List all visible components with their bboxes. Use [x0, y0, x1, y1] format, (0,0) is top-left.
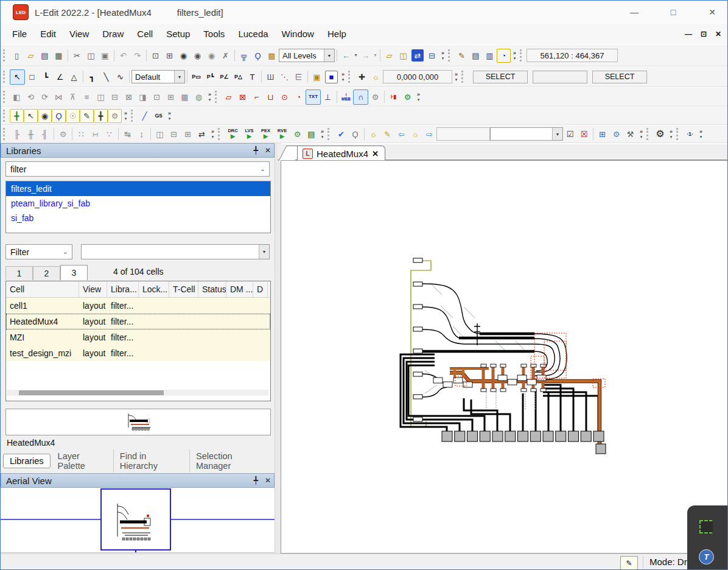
- view-back-icon[interactable]: ←: [339, 49, 353, 63]
- design-navigator-icon[interactable]: ▩: [265, 49, 279, 63]
- mdi-restore-icon[interactable]: ⊡: [701, 30, 707, 38]
- toolbar-overflow-button[interactable]: »▾: [122, 111, 130, 121]
- review-results-icon[interactable]: Ϙ: [348, 127, 362, 141]
- port-all-angle-tool-icon[interactable]: P△: [231, 70, 245, 84]
- macro-gear-icon[interactable]: ⚙: [653, 127, 667, 141]
- menu-tools[interactable]: Tools: [197, 26, 231, 43]
- cursor-coordinates-display[interactable]: 561,120 : 464,367: [527, 49, 618, 62]
- new-file-icon[interactable]: ▯: [10, 49, 24, 63]
- edit-circle-icon[interactable]: ⊙: [278, 90, 292, 104]
- column-header-cell[interactable]: Cell: [6, 281, 79, 297]
- highlight-net-icon[interactable]: ☉: [66, 109, 80, 123]
- toolbar-overflow-button[interactable]: »▾: [209, 129, 217, 139]
- toolbar-grip[interactable]: [327, 128, 332, 140]
- slice-horizontal-icon[interactable]: ⊟: [108, 90, 122, 104]
- tanner-icon[interactable]: T: [699, 549, 714, 565]
- toolbar-grip[interactable]: [520, 49, 524, 62]
- sync-design-icon[interactable]: ⇄: [411, 49, 424, 62]
- rotate-ccw-icon[interactable]: ⟲: [24, 90, 38, 104]
- save-as-icon[interactable]: ▥: [483, 49, 497, 63]
- toolbar-grip[interactable]: [3, 71, 7, 83]
- zoom-box-in-icon[interactable]: ⊞: [163, 49, 177, 63]
- marker-off-icon[interactable]: ☒: [577, 127, 591, 141]
- document-tab-heatedmux4[interactable]: L HeatedMux4 ✕: [297, 146, 385, 161]
- paste-icon[interactable]: ▣: [98, 49, 112, 63]
- edit-status-icon[interactable]: ✎: [620, 556, 638, 570]
- select-tool-icon[interactable]: ↖: [10, 69, 25, 85]
- tab-close-icon[interactable]: ✕: [372, 149, 379, 158]
- box-tool-icon[interactable]: □: [25, 70, 39, 84]
- layout-canvas[interactable]: [281, 160, 728, 554]
- clear-generated-layers-icon[interactable]: G5: [152, 109, 166, 123]
- mdi-minimize-icon[interactable]: —: [685, 30, 692, 38]
- toolbar-overflow-button[interactable]: »▾: [511, 51, 519, 60]
- offset-display[interactable]: 0,000 0,000: [383, 70, 452, 83]
- bond-pad[interactable]: [596, 444, 606, 454]
- dropdown-arrow-icon[interactable]: ▼: [324, 49, 334, 62]
- toolbar-grip[interactable]: [131, 110, 135, 122]
- toolbar-grip[interactable]: [461, 71, 466, 83]
- aerial-view-header[interactable]: Aerial View ╇ ✕: [1, 473, 275, 488]
- net-options-icon[interactable]: ⚙: [108, 109, 122, 123]
- bond-pad[interactable]: [530, 431, 541, 442]
- orthogonal-polygon-tool-icon[interactable]: ┗: [39, 70, 53, 84]
- dock-tab-selection-manager[interactable]: Selection Manager: [190, 449, 272, 473]
- bond-pad[interactable]: [593, 431, 604, 442]
- wire-45-tool-icon[interactable]: ╲: [99, 70, 113, 84]
- run-pex-button[interactable]: PEX▶: [257, 127, 274, 141]
- goto-layer-icon[interactable]: ⊦▮: [387, 90, 401, 104]
- previous-error-icon[interactable]: ⇦: [394, 127, 408, 141]
- toolbar-overflow-button[interactable]: »▾: [667, 129, 675, 139]
- new-window-layout-icon[interactable]: ⊞: [595, 127, 609, 141]
- toolbar-overflow-button[interactable]: »▾: [697, 129, 705, 139]
- align-objects-icon[interactable]: ≡: [80, 90, 94, 104]
- redo-icon[interactable]: ↷: [130, 49, 144, 63]
- toolbar-overflow-button[interactable]: »▾: [439, 51, 447, 60]
- save-all-icon[interactable]: ▤: [38, 49, 52, 63]
- delete-object-icon[interactable]: ⊠: [122, 90, 136, 104]
- edit-vertices-icon[interactable]: ⊠: [236, 90, 250, 104]
- all-angle-wire-tool-icon[interactable]: ∿: [113, 70, 127, 84]
- bond-pad[interactable]: [480, 431, 490, 442]
- port-box-tool-icon[interactable]: P▭: [189, 70, 203, 84]
- select-net-icon[interactable]: ↖: [24, 109, 38, 123]
- online-settings-icon[interactable]: ⚙: [609, 127, 623, 141]
- library-item-pteam_library_si_fab[interactable]: pteam_library_si_fab: [6, 196, 270, 211]
- mbb-display-icon[interactable]: IMBB: [339, 90, 353, 104]
- selection-region-icon[interactable]: [699, 520, 713, 533]
- dropdown-arrow-icon[interactable]: ▼: [552, 128, 562, 140]
- column-header-dm[interactable]: DM ...: [226, 281, 253, 297]
- dock-tab-libraries[interactable]: Libraries: [3, 454, 51, 468]
- port-orthogonal-tool-icon[interactable]: P┗: [203, 70, 217, 84]
- toolbar-grip[interactable]: [646, 128, 651, 140]
- undo-icon[interactable]: ↶: [116, 49, 130, 63]
- current-error-icon[interactable]: ☼: [408, 127, 422, 141]
- design-history-icon[interactable]: ◔: [497, 49, 511, 63]
- probe-net-icon[interactable]: ✎: [80, 109, 94, 123]
- maximize-icon[interactable]: □: [668, 7, 679, 17]
- layer-tools-icon[interactable]: ⚙: [401, 90, 415, 104]
- align-left-icon[interactable]: ╟: [10, 127, 24, 141]
- tools-options-icon[interactable]: ⚒: [623, 127, 637, 141]
- next-error-icon[interactable]: ⇨: [422, 127, 436, 141]
- text-label-tool-icon[interactable]: TXT: [306, 90, 321, 105]
- view-forward-icon[interactable]: →: [359, 49, 373, 63]
- bond-pad[interactable]: [581, 431, 591, 442]
- cut-icon[interactable]: ✂: [70, 49, 84, 63]
- toolbar-grip[interactable]: [676, 128, 681, 140]
- error-list-dropdown[interactable]: ▼: [490, 127, 563, 141]
- toolbar-overflow-button[interactable]: »▾: [206, 92, 214, 102]
- column-header-libra[interactable]: Libra...: [107, 281, 139, 297]
- active-layer-swatch[interactable]: ■: [325, 71, 338, 83]
- zoom-box-out-icon[interactable]: ⊡: [149, 49, 163, 63]
- group-icon[interactable]: ⊡: [150, 90, 164, 104]
- object-style-dropdown[interactable]: Default▼: [131, 70, 185, 83]
- chevron-down-icon[interactable]: ⌄: [260, 165, 269, 173]
- vertical-ruler-tool-icon[interactable]: Ш: [292, 70, 306, 84]
- toolbar-overflow-button[interactable]: »▾: [452, 72, 460, 82]
- hierarchy-navigator-icon[interactable]: ╦: [237, 49, 251, 63]
- find-icon[interactable]: ◉: [177, 49, 191, 63]
- menu-window[interactable]: Window: [275, 26, 321, 43]
- view-back-caret-icon[interactable]: ▾: [353, 49, 359, 63]
- find-object-icon[interactable]: Ϙ: [251, 49, 265, 63]
